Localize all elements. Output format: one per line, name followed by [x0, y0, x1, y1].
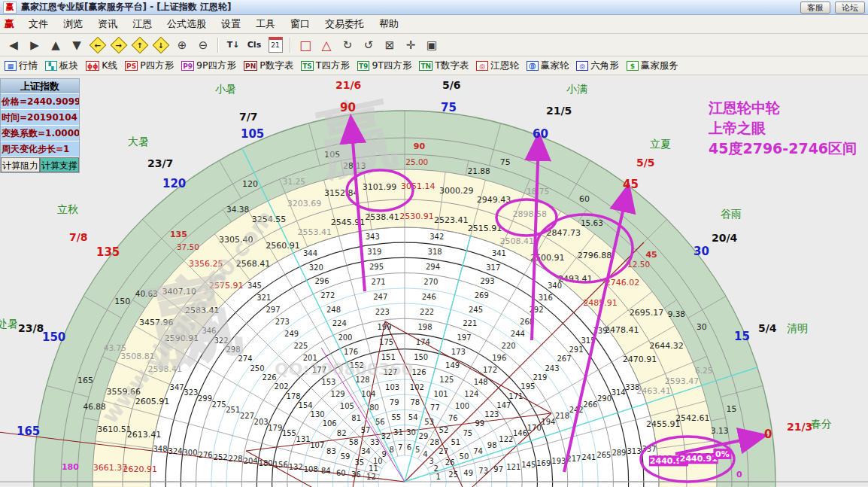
solar-term-label: 小满: [566, 83, 587, 96]
pan-right-icon[interactable]: →: [110, 37, 128, 53]
menu-item-9[interactable]: 帮助: [372, 16, 405, 32]
svg-text:3000.29: 3000.29: [439, 186, 474, 196]
solar-term-label: 清明: [787, 322, 808, 336]
svg-text:122: 122: [499, 435, 513, 443]
rotate-cw-icon[interactable]: ↻: [338, 37, 357, 53]
close-label-icon[interactable]: Cls: [245, 37, 263, 53]
svg-text:221: 221: [463, 319, 477, 327]
svg-text:2613.41: 2613.41: [127, 430, 162, 440]
date-label-7-8: 7/8: [69, 231, 88, 243]
date-label-7-7: 7/7: [239, 111, 258, 123]
view-hexagon-icon: ◎: [576, 61, 588, 71]
menu-item-7[interactable]: 窗口: [284, 16, 317, 32]
svg-text:250: 250: [250, 364, 264, 373]
view-p-square[interactable]: PSP四方形: [125, 59, 174, 72]
date-label-20-4: 20/4: [712, 232, 737, 244]
svg-text:172: 172: [483, 366, 497, 374]
svg-text:148: 148: [474, 378, 488, 386]
down-icon[interactable]: ▼: [68, 37, 86, 53]
view-p-table[interactable]: PNP数字表: [244, 59, 293, 72]
triangle-tool-icon[interactable]: △: [317, 37, 335, 53]
svg-text:224: 224: [332, 319, 347, 327]
svg-text:2644.32: 2644.32: [649, 341, 684, 351]
view-kline[interactable]: ϕϕK线: [86, 59, 117, 72]
svg-text:343: 343: [366, 233, 380, 241]
svg-text:345: 345: [247, 282, 262, 290]
svg-text:293: 293: [480, 277, 494, 285]
main-toolbar: ◀▶▲▼←→↑↓⊕⊖T↓Cls21□△↻↺⊠✛▣: [0, 34, 868, 56]
svg-text:125: 125: [439, 376, 454, 384]
svg-text:165: 165: [77, 376, 93, 385]
screen-icon[interactable]: ▣: [423, 37, 441, 53]
svg-text:169: 169: [536, 459, 551, 467]
menu-item-1[interactable]: 浏览: [56, 16, 90, 32]
info-panel-title: 上证指数: [1, 79, 79, 93]
svg-text:104: 104: [361, 390, 375, 398]
menu-logo-icon: 赢: [5, 17, 14, 31]
svg-text:313: 313: [627, 447, 641, 455]
calc-support-button[interactable]: 计算支撑: [40, 157, 79, 172]
view-hexagon[interactable]: ◎六角形: [576, 59, 619, 72]
view-t-square[interactable]: TST四方形: [301, 59, 350, 72]
svg-text:223: 223: [375, 308, 390, 316]
zoom-in-icon[interactable]: ⊕: [173, 37, 191, 53]
center-icon[interactable]: ✛: [402, 37, 420, 53]
menu-item-5[interactable]: 设置: [214, 16, 247, 32]
pan-left-icon[interactable]: ←: [89, 37, 107, 53]
degree-label-105: 105: [241, 127, 264, 141]
view-winner-wheel[interactable]: Ⓑ赢家轮: [527, 59, 569, 72]
forward-icon[interactable]: ▶: [26, 37, 44, 53]
svg-text:58: 58: [349, 438, 359, 446]
view-gann-wheel-icon: ◎: [476, 61, 488, 71]
svg-text:314: 314: [612, 388, 626, 397]
degree-label-0: 0: [764, 428, 772, 441]
solar-term-label: 小暑: [215, 83, 236, 96]
pan-up-icon[interactable]: ↑: [131, 37, 149, 53]
calendar-icon[interactable]: 21: [266, 37, 284, 53]
back-icon[interactable]: ◀: [5, 37, 23, 53]
view-winner-service[interactable]: $赢家服务: [627, 59, 678, 72]
select-box-icon[interactable]: ⊠: [381, 37, 399, 53]
menu-item-4[interactable]: 公式选股: [160, 16, 213, 32]
svg-text:45: 45: [645, 250, 657, 260]
svg-text:123: 123: [484, 410, 499, 419]
menu-item-2[interactable]: 资讯: [91, 16, 124, 32]
degree-label-135: 135: [96, 245, 120, 259]
customer-service-button[interactable]: 客服: [800, 2, 830, 14]
svg-text:150: 150: [114, 297, 130, 306]
svg-text:3101.99: 3101.99: [363, 182, 397, 192]
menu-item-8[interactable]: 交易委托: [318, 16, 371, 32]
svg-text:297: 297: [266, 306, 280, 314]
view-sectors[interactable]: ▚板块: [45, 59, 78, 72]
view-t-table[interactable]: TNT数字表: [419, 59, 469, 72]
view-9t-square[interactable]: T99T四方形: [357, 59, 412, 72]
forum-button[interactable]: 论坛: [835, 2, 865, 14]
zoom-out-icon[interactable]: ⊖: [194, 37, 212, 53]
svg-text:145: 145: [521, 461, 536, 469]
svg-text:84: 84: [321, 467, 331, 475]
menu-item-3[interactable]: 江恩: [126, 16, 159, 32]
svg-text:31: 31: [393, 428, 403, 437]
up-icon[interactable]: ▲: [47, 37, 65, 53]
square-tool-icon[interactable]: □: [296, 37, 314, 53]
svg-text:97: 97: [493, 465, 503, 473]
view-9p-square[interactable]: P99P四方形: [181, 59, 236, 72]
view-winner-service-icon: $: [627, 61, 639, 71]
calc-resistance-button[interactable]: 计算阻力: [1, 157, 40, 172]
svg-text:26: 26: [445, 458, 455, 467]
menu-item-0[interactable]: 文件: [22, 16, 55, 32]
menu-item-6[interactable]: 工具: [249, 16, 282, 32]
view-gann-wheel[interactable]: ◎江恩轮: [476, 59, 519, 72]
view-quotes[interactable]: ▦行情: [5, 59, 38, 72]
svg-text:2695.17: 2695.17: [630, 308, 664, 318]
svg-text:324: 324: [168, 447, 182, 455]
view-winner-wheel-icon: Ⓑ: [527, 61, 539, 71]
rotate-ccw-icon[interactable]: ↺: [360, 37, 378, 53]
svg-text:275: 275: [212, 400, 226, 409]
svg-text:8: 8: [390, 446, 394, 454]
svg-text:2523.41: 2523.41: [434, 215, 469, 225]
time-axis-icon[interactable]: T↓: [224, 37, 242, 53]
pan-down-icon[interactable]: ↓: [152, 37, 170, 53]
svg-text:32: 32: [381, 432, 391, 440]
svg-text:294: 294: [426, 263, 440, 271]
